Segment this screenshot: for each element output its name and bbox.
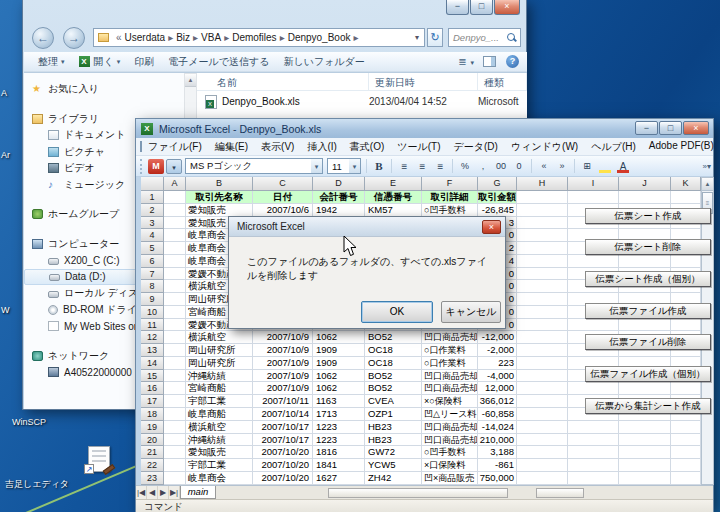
cell-name[interactable]: 岡山研究所 bbox=[186, 357, 253, 370]
refresh-button[interactable]: ↻ bbox=[427, 28, 443, 47]
cell[interactable] bbox=[164, 331, 186, 344]
row-header[interactable]: 1 bbox=[141, 191, 164, 204]
cell[interactable] bbox=[671, 255, 701, 268]
cell[interactable] bbox=[671, 421, 701, 434]
cell[interactable] bbox=[619, 434, 671, 447]
breadcrumb-segment[interactable]: Denpyo_Book bbox=[288, 32, 351, 43]
cell-amount[interactable]: 3,188 bbox=[478, 446, 517, 459]
row-header[interactable]: 22 bbox=[141, 459, 164, 472]
cell-detail[interactable]: ○口作業料 bbox=[422, 357, 478, 370]
cell-reference[interactable]: 信憑番号 bbox=[365, 191, 422, 204]
desktop-icon-label[interactable]: Ar bbox=[1, 150, 10, 160]
macro-button[interactable]: 伝票ファイル作成（個別） bbox=[585, 366, 711, 382]
cell[interactable] bbox=[568, 446, 619, 459]
cell-account[interactable]: 1062 bbox=[313, 382, 365, 395]
column-header[interactable]: J bbox=[619, 177, 671, 191]
cell-detail[interactable]: 凹口商品売却 bbox=[422, 331, 478, 344]
search-input[interactable]: Denpyo_... bbox=[449, 32, 506, 43]
cell-reference[interactable]: BO52 bbox=[365, 331, 422, 344]
increase-indent-button[interactable]: » bbox=[554, 159, 570, 174]
cell[interactable] bbox=[619, 446, 671, 459]
cell-account[interactable]: 会計番号 bbox=[313, 191, 365, 204]
cell[interactable] bbox=[671, 446, 701, 459]
cell-amount[interactable]: 366,012 bbox=[478, 395, 517, 408]
cell-reference[interactable]: ZH42 bbox=[365, 472, 422, 485]
dialog-close-button[interactable]: × bbox=[482, 220, 501, 234]
cell-name[interactable]: 横浜航空 bbox=[186, 331, 253, 344]
sidebar-item[interactable]: ★ お気に入り bbox=[24, 81, 184, 98]
column-header[interactable]: E bbox=[365, 177, 422, 191]
cell[interactable] bbox=[164, 446, 186, 459]
cell-amount[interactable]: -12,000 bbox=[478, 331, 517, 344]
macro-button[interactable]: 伝票ファイル削除 bbox=[585, 334, 711, 350]
cell[interactable] bbox=[671, 459, 701, 472]
column-header[interactable]: D bbox=[313, 177, 365, 191]
desktop-icon-label[interactable]: A bbox=[1, 88, 7, 98]
row-header[interactable]: 2 bbox=[141, 204, 164, 217]
editor-shortcut-icon[interactable]: ↗ bbox=[84, 446, 114, 474]
cell[interactable] bbox=[164, 344, 186, 357]
cell-detail[interactable]: 凹×商品販売 bbox=[422, 472, 478, 485]
increase-decimal-button[interactable]: 00 bbox=[493, 159, 509, 174]
cell-date[interactable]: 2007/10/20 bbox=[253, 459, 313, 472]
cell-reference[interactable]: OC18 bbox=[365, 344, 422, 357]
cell-account[interactable]: 1713 bbox=[313, 408, 365, 421]
close-button[interactable]: × bbox=[683, 121, 709, 135]
cell[interactable] bbox=[517, 408, 568, 421]
cell[interactable] bbox=[517, 242, 568, 255]
menu-item[interactable]: 表示(V) bbox=[261, 140, 294, 154]
desktop-icon-label[interactable]: W bbox=[1, 305, 10, 315]
font-color-button[interactable]: A bbox=[615, 159, 631, 174]
cell-amount[interactable]: 223 bbox=[478, 357, 517, 370]
select-all-corner[interactable] bbox=[141, 177, 164, 191]
cell[interactable] bbox=[164, 268, 186, 281]
row-header[interactable]: 14 bbox=[141, 357, 164, 370]
cell-name[interactable]: 宇部工業 bbox=[186, 395, 253, 408]
cell-amount[interactable]: 750,000 bbox=[478, 472, 517, 485]
cell[interactable] bbox=[568, 421, 619, 434]
back-button[interactable]: ← bbox=[32, 27, 54, 49]
cell-detail[interactable]: ○口作業料 bbox=[422, 344, 478, 357]
cell[interactable] bbox=[517, 293, 568, 306]
column-header[interactable]: B bbox=[186, 177, 253, 191]
cell-account[interactable]: 1909 bbox=[313, 344, 365, 357]
cell[interactable] bbox=[164, 306, 186, 319]
highlight-color-button[interactable] bbox=[597, 159, 613, 174]
tab-last-icon[interactable]: ▶| bbox=[169, 486, 180, 499]
cell-amount[interactable]: -14,024 bbox=[478, 421, 517, 434]
row-header[interactable]: 5 bbox=[141, 242, 164, 255]
cell-account[interactable]: 1163 bbox=[313, 395, 365, 408]
cell[interactable] bbox=[164, 204, 186, 217]
cell-name[interactable]: 沖縄紡績 bbox=[186, 434, 253, 447]
cell-date[interactable]: 2007/10/20 bbox=[253, 472, 313, 485]
cell[interactable] bbox=[671, 319, 701, 332]
toolbar-overflow-icon[interactable]: »▾ bbox=[703, 162, 711, 171]
align-left-button[interactable]: ≡ bbox=[396, 159, 412, 174]
cell-account[interactable]: 1223 bbox=[313, 434, 365, 447]
row-header[interactable]: 16 bbox=[141, 382, 164, 395]
row-header[interactable]: 7 bbox=[141, 268, 164, 281]
menu-item[interactable]: データ(D) bbox=[454, 140, 498, 154]
cell[interactable] bbox=[164, 293, 186, 306]
row-header[interactable]: 3 bbox=[141, 217, 164, 230]
align-center-button[interactable]: ≡ bbox=[414, 159, 430, 174]
cell-name[interactable]: 岡山研究所 bbox=[186, 344, 253, 357]
row-header[interactable]: 13 bbox=[141, 344, 164, 357]
column-header[interactable]: A bbox=[164, 177, 186, 191]
cell[interactable] bbox=[517, 446, 568, 459]
cell[interactable] bbox=[619, 472, 671, 485]
breadcrumb-segment[interactable]: Biz bbox=[176, 32, 190, 43]
cell-account[interactable]: 1841 bbox=[313, 459, 365, 472]
file-row[interactable]: Denpyo_Book.xls 2013/04/04 14:52 Microso… bbox=[197, 93, 527, 110]
cell-amount[interactable]: 取引金額 bbox=[478, 191, 517, 204]
column-header-name[interactable]: 名前 bbox=[197, 73, 369, 90]
cell[interactable] bbox=[568, 191, 619, 204]
cell-name[interactable]: 岐阜商船 bbox=[186, 408, 253, 421]
row-header[interactable]: 12 bbox=[141, 331, 164, 344]
column-header[interactable]: G bbox=[478, 177, 517, 191]
cell-date[interactable]: 2007/10/9 bbox=[253, 370, 313, 383]
cell[interactable] bbox=[164, 191, 186, 204]
tab-prev-icon[interactable]: ◀ bbox=[147, 486, 158, 499]
print-button[interactable]: 印刷 bbox=[134, 55, 154, 69]
ok-button[interactable]: OK bbox=[361, 301, 433, 323]
